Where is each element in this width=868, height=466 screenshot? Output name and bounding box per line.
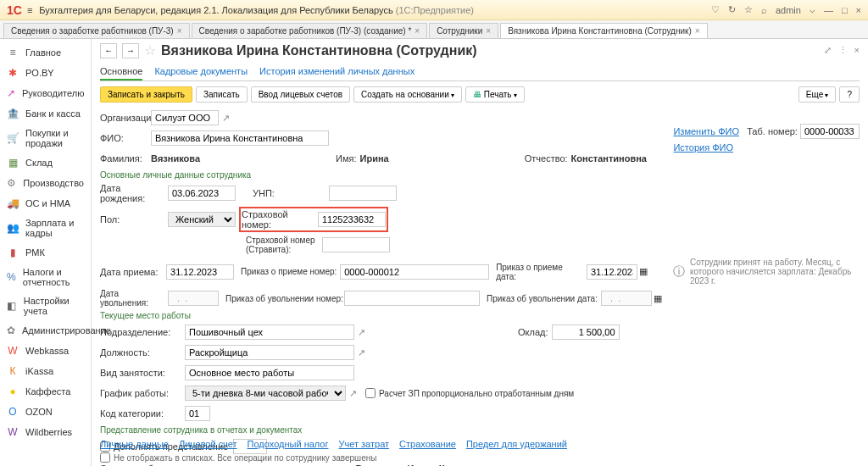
sidebar-item-11[interactable]: ◧Настройки учета — [0, 291, 91, 320]
sidebar-item-5[interactable]: ▦Склад — [0, 153, 91, 173]
forward-button[interactable]: → — [122, 43, 139, 58]
insurance-stravita-input[interactable] — [322, 237, 390, 252]
history-icon[interactable]: ↻ — [728, 4, 736, 15]
sidebar-label: Зарплата и кадры — [25, 218, 84, 238]
footer-link-2[interactable]: Подоходный налог — [248, 439, 329, 449]
insurance-input[interactable] — [318, 212, 386, 227]
app-logo: 1C — [7, 3, 22, 17]
sidebar-item-1[interactable]: ✱PO.BY — [0, 63, 91, 83]
more-button[interactable]: Еще — [798, 86, 837, 103]
open-icon[interactable]: ↗ — [358, 347, 365, 358]
favorite-icon[interactable]: ☆ — [144, 42, 156, 58]
sidebar-item-12[interactable]: ✿Администрирование — [0, 320, 91, 341]
insurance-label: Страховой номер: — [242, 209, 318, 230]
hire-date-input[interactable] — [166, 264, 234, 280]
sidebar-label: Каффеста — [25, 386, 70, 397]
position-input[interactable] — [185, 345, 354, 360]
gender-select[interactable]: Женский — [168, 212, 236, 227]
footer-link-0[interactable]: Личные данные — [100, 439, 169, 449]
close-icon[interactable]: × — [856, 5, 861, 15]
subtab-main[interactable]: Основное — [100, 64, 142, 80]
sidebar-item-16[interactable]: OOZON — [0, 402, 91, 422]
star-icon[interactable]: ☆ — [744, 4, 753, 15]
minimize-icon[interactable]: — — [824, 5, 833, 15]
history-fio-link[interactable]: История ФИО — [673, 142, 733, 153]
schedule-select[interactable]: 5-ти дневка 8-ми часовой рабочий день — [185, 386, 346, 401]
section-representation: Представление сотрудника в отчетах и док… — [100, 425, 860, 435]
expand-icon[interactable]: ⤢ — [824, 45, 832, 56]
subtab-docs[interactable]: Кадровые документы — [154, 64, 248, 80]
footer-link-3[interactable]: Учет затрат — [339, 439, 390, 449]
create-based-button[interactable]: Создать на основании — [353, 86, 462, 103]
close-icon[interactable]: × — [486, 26, 491, 36]
subtab-history[interactable]: История изменений личных данных — [259, 64, 415, 80]
print-button[interactable]: 🖶 Печать — [465, 86, 525, 103]
maximize-icon[interactable]: □ — [842, 5, 848, 15]
sidebar-item-13[interactable]: WWebkassa — [0, 341, 91, 361]
footer-link-5[interactable]: Предел для удержаний — [466, 439, 567, 449]
sidebar-item-2[interactable]: ↗Руководителю — [0, 83, 91, 103]
sidebar-item-3[interactable]: 🏦Банк и касса — [0, 103, 91, 124]
org-input[interactable] — [151, 110, 219, 125]
sidebar-item-14[interactable]: КiKassa — [0, 361, 91, 381]
caron-icon[interactable]: ⌵ — [810, 4, 815, 15]
calendar-icon[interactable]: ▦ — [639, 266, 648, 277]
dismiss-order-input[interactable] — [344, 291, 480, 306]
dismiss-order-date-input[interactable] — [601, 291, 652, 306]
org-open-icon[interactable]: ↗ — [222, 113, 230, 124]
accounts-button[interactable]: Ввод лицевых счетов — [251, 86, 350, 103]
sidebar-item-10[interactable]: %Налоги и отчетность — [0, 263, 91, 291]
tab-1[interactable]: Сведения о заработке работников (ПУ-3) (… — [192, 23, 428, 38]
tab-0[interactable]: Сведения о заработке работников (ПУ-3)× — [3, 23, 190, 38]
tabnum-input[interactable] — [800, 124, 860, 139]
sidebar-item-15[interactable]: ●Каффеста — [0, 381, 91, 402]
footer-link-4[interactable]: Страхование — [399, 439, 456, 449]
tab-2[interactable]: Сотрудники× — [429, 23, 498, 38]
sidebar-item-7[interactable]: 🚚ОС и НМА — [0, 193, 91, 214]
tab-3[interactable]: Вязникова Ирина Константиновна (Сотрудни… — [500, 23, 707, 38]
salary-input[interactable] — [552, 325, 620, 340]
save-button[interactable]: Записать — [196, 86, 248, 103]
bell-icon[interactable]: ♡ — [711, 4, 720, 15]
save-close-button[interactable]: Записать и закрыть — [100, 86, 192, 103]
close-icon[interactable]: × — [415, 26, 420, 36]
hire-date-label: Дата приема: — [100, 267, 166, 277]
category-input[interactable] — [185, 406, 210, 421]
open-icon[interactable]: ↗ — [358, 327, 365, 338]
search-icon[interactable]: ⌕ — [761, 5, 767, 15]
sidebar-item-6[interactable]: ⚙Производство — [0, 173, 91, 193]
more-icon[interactable]: ⋮ — [838, 45, 848, 56]
sidebar-item-8[interactable]: 👥Зарплата и кадры — [0, 214, 91, 242]
dismiss-date-input[interactable] — [168, 291, 219, 306]
hire-order-input[interactable] — [340, 264, 489, 280]
name-label: Имя: — [336, 153, 356, 164]
org-label: Организация: — [100, 113, 151, 123]
user-label[interactable]: admin — [776, 5, 801, 15]
back-button[interactable]: ← — [100, 43, 117, 58]
section-personal: Основные личные данные сотрудника — [100, 170, 860, 180]
close-form-icon[interactable]: × — [854, 45, 860, 56]
burger-icon[interactable]: ≡ — [27, 5, 32, 15]
sidebar-item-4[interactable]: 🛒Покупки и продажи — [0, 124, 91, 153]
hire-order-date-input[interactable] — [587, 264, 637, 280]
sidebar-label: Банк и касса — [25, 108, 81, 119]
close-icon[interactable]: × — [177, 26, 182, 36]
sidebar-item-9[interactable]: ▮РМК — [0, 242, 91, 263]
fio-input[interactable] — [151, 130, 329, 146]
hide-checkbox[interactable] — [100, 452, 110, 463]
change-fio-link[interactable]: Изменить ФИО — [673, 126, 739, 136]
sidebar-item-17[interactable]: WWildberries — [0, 422, 91, 442]
birthdate-label: Дата рождения: — [100, 183, 168, 203]
help-button[interactable]: ? — [839, 86, 860, 103]
sidebar-item-0[interactable]: ≡Главное — [0, 42, 91, 63]
calendar-icon[interactable]: ▦ — [654, 293, 662, 304]
open-icon[interactable]: ↗ — [349, 388, 357, 399]
footer-link-1[interactable]: Лицевой счет — [179, 439, 237, 449]
unp-input[interactable] — [329, 186, 397, 201]
close-icon[interactable]: × — [695, 26, 700, 36]
sidebar-icon: ◧ — [7, 300, 17, 312]
employment-input[interactable] — [185, 365, 354, 380]
birthdate-input[interactable] — [168, 186, 236, 201]
department-input[interactable] — [185, 325, 354, 340]
proportional-checkbox[interactable] — [365, 388, 376, 398]
